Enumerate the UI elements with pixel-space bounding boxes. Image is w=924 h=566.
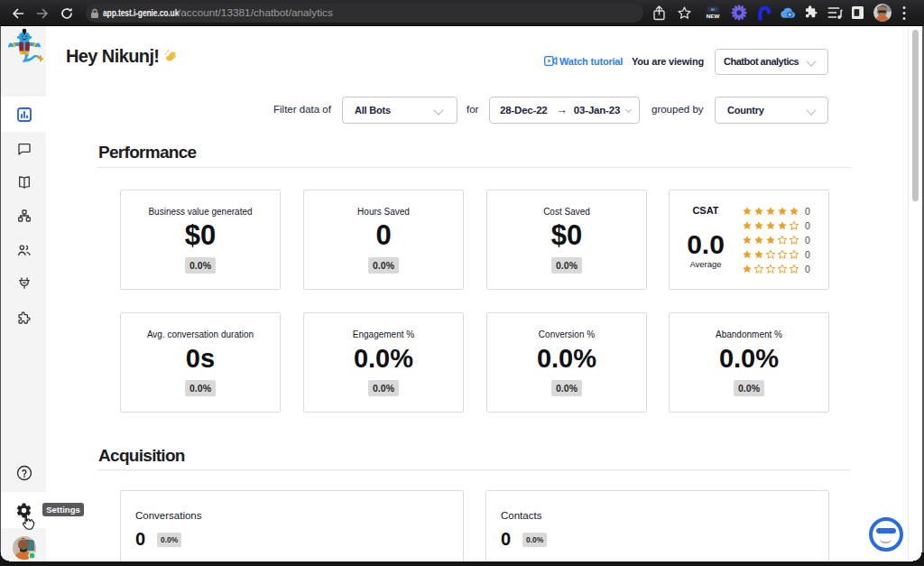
svg-text:AI: AI bbox=[711, 7, 715, 12]
svg-text:NEW: NEW bbox=[707, 13, 720, 19]
